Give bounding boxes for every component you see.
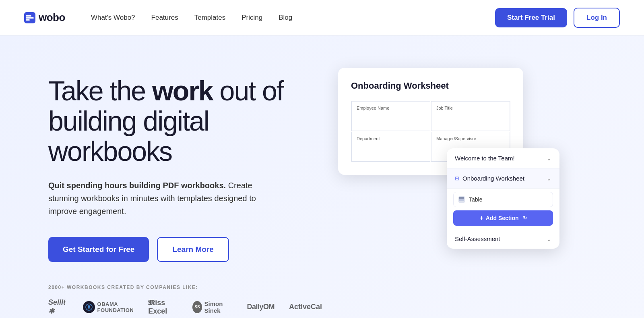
worksheet-card-title: Onboarding Worksheet (351, 81, 510, 91)
sidebar-label-onboarding: Onboarding Worksheet (462, 175, 524, 182)
social-proof-label: 2000+ WORKBOOKS CREATED BY COMPANIES LIK… (48, 285, 322, 290)
form-cell-input-job[interactable] (436, 117, 505, 127)
hero-left: Take the work out of building digital wo… (48, 68, 322, 316)
sidebar-panel: Welcome to the Team! ⌄ ⊞ Onboarding Work… (447, 148, 559, 249)
form-cell-job-title: Job Title (431, 101, 510, 131)
svg-rect-3 (26, 19, 30, 21)
chevron-down-icon-welcome: ⌄ (547, 155, 551, 162)
sidebar-label-welcome: Welcome to the Team! (455, 155, 515, 162)
simon-circle-icon: SS (192, 301, 202, 313)
table-row-item[interactable]: Table (453, 192, 553, 207)
sidebar-sub-content: Table + Add Section ↻ (447, 189, 559, 229)
hero-subtitle: Quit spending hours building PDF workboo… (48, 179, 274, 218)
logo-obama-text: OBAMAFOUNDATION (97, 301, 134, 313)
sidebar-item-self-assessment[interactable]: Self-Assessment ⌄ (447, 229, 559, 249)
table-icon (458, 196, 465, 203)
logo-link[interactable]: wobo (24, 11, 65, 24)
worksheet-icon: ⊞ (455, 175, 459, 181)
sidebar-item-onboarding-wrapper: ⊞ Onboarding Worksheet ⌄ Table + Add Se (447, 168, 559, 229)
logo-sellit: SellIt ✱ (48, 298, 68, 316)
svg-rect-1 (26, 15, 31, 17)
table-label: Table (469, 196, 482, 203)
form-cell-department: Department (351, 132, 430, 162)
learn-more-button[interactable]: Learn More (157, 237, 229, 262)
nav-item-blog[interactable]: Blog (272, 10, 299, 25)
sidebar-label-self-assessment: Self-Assessment (455, 235, 500, 242)
add-section-label: Add Section (486, 215, 519, 221)
nav-item-features[interactable]: Features (145, 10, 185, 25)
svg-rect-2 (26, 17, 34, 19)
hero-title: Take the work out of building digital wo… (48, 76, 322, 166)
logo-activecal: ActiveCal (289, 303, 322, 311)
logo-obama: OBAMAFOUNDATION (83, 301, 134, 313)
nav-links: What's Wobo? Features Templates Pricing … (85, 10, 495, 25)
hero-right-mockup: Onboarding Worksheet Employee Name Job T… (322, 68, 620, 277)
plus-icon: + (479, 214, 483, 222)
start-free-trial-button[interactable]: Start Free Trial (495, 8, 567, 27)
add-section-refresh-icon: ↻ (523, 215, 527, 221)
form-cell-input-dept[interactable] (357, 148, 425, 157)
logo-dailyom: DailyOM (247, 303, 275, 311)
hero-cta-buttons: Get Started for Free Learn More (48, 237, 322, 262)
form-cell-label-employee: Employee Name (357, 106, 425, 110)
sidebar-item-welcome[interactable]: Welcome to the Team! ⌄ (447, 148, 559, 168)
nav-actions: Start Free Trial Log In (495, 8, 620, 28)
svg-rect-6 (459, 199, 464, 201)
form-cell-input-employee[interactable] (357, 117, 425, 127)
sidebar-item-onboarding[interactable]: ⊞ Onboarding Worksheet ⌄ (447, 168, 559, 189)
obama-circle-icon (83, 301, 95, 313)
form-cell-label-dept: Department (357, 136, 425, 141)
add-section-button[interactable]: + Add Section ↻ (453, 210, 553, 226)
log-in-button[interactable]: Log In (574, 8, 620, 28)
logo-icon (24, 12, 35, 23)
logo-simon-text: Simon Sinek (204, 300, 233, 314)
nav-item-pricing[interactable]: Pricing (235, 10, 269, 25)
nav-item-templates[interactable]: Templates (188, 10, 232, 25)
form-cell-employee-name: Employee Name (351, 101, 430, 131)
chevron-down-icon-onboarding: ⌄ (547, 175, 551, 182)
logos-row: SellIt ✱ OBAMAFOUNDATION 𝕸iss Excel SS S… (48, 298, 322, 316)
form-cell-label-manager: Manager/Supervisor (436, 136, 505, 141)
hero-section: Take the work out of building digital wo… (0, 35, 644, 318)
logo-text: wobo (39, 11, 65, 24)
logo-excel: 𝕸iss Excel (148, 299, 178, 316)
chevron-down-icon-self-assessment: ⌄ (547, 236, 551, 242)
svg-rect-5 (459, 197, 464, 199)
get-started-button[interactable]: Get Started for Free (48, 237, 149, 262)
logo-simon: SS Simon Sinek (192, 300, 232, 314)
navigation: wobo What's Wobo? Features Templates Pri… (0, 0, 644, 35)
nav-item-whats-wobo[interactable]: What's Wobo? (85, 10, 142, 25)
form-cell-label-job: Job Title (436, 106, 505, 110)
